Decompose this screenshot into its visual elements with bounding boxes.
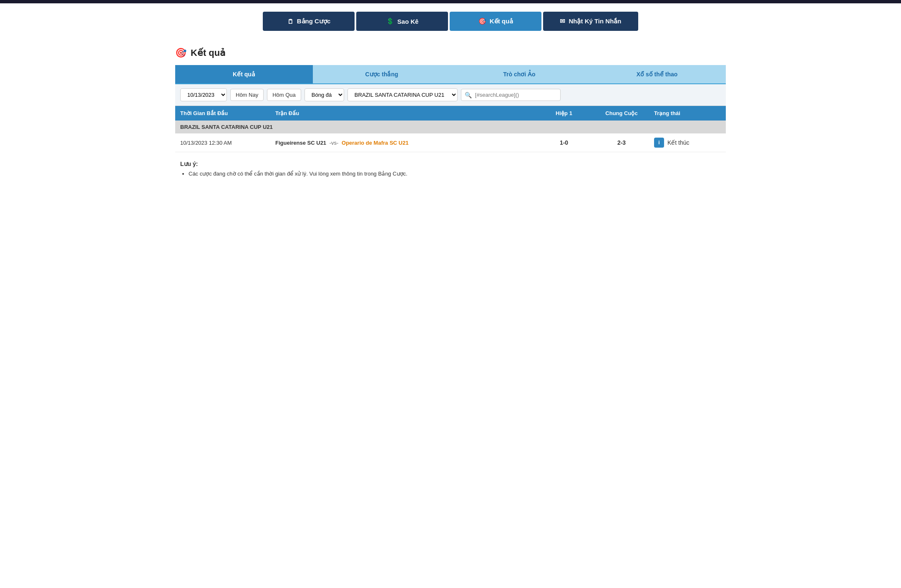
search-wrap: 🔍	[461, 89, 561, 101]
nav-ket-qua[interactable]: 🎯 Kết quả	[450, 12, 541, 31]
search-icon: 🔍	[465, 92, 472, 98]
tab-xo-so-the-thao[interactable]: Xổ số thể thao	[588, 65, 726, 83]
col-header-trangthai: Trạng thái	[654, 110, 721, 116]
date-select[interactable]: 10/13/2023	[180, 88, 227, 101]
bang-cuoc-label: Bảng Cược	[297, 18, 331, 25]
notes-section: Lưu ý: Các cược đang chờ có thể cần thời…	[175, 152, 726, 187]
score-hiep1: 1-0	[539, 139, 589, 146]
col-header-time: Thời Gian Bắt Đầu	[180, 110, 272, 116]
tab-ket-qua[interactable]: Kết quả	[175, 65, 313, 83]
col-header-match: Trận Đấu	[275, 110, 536, 116]
league-select[interactable]: BRAZIL SANTA CATARINA CUP U21	[347, 88, 458, 101]
sao-ke-icon: 💲	[386, 18, 394, 25]
filters-row: 10/13/2023 Hôm Nay Hôm Qua Bóng đá BRAZI…	[175, 84, 726, 106]
match-home: Figueirense SC U21	[275, 140, 326, 146]
sao-ke-label: Sao Kê	[398, 18, 419, 25]
section-icon: 🎯	[175, 48, 186, 58]
match-teams: Figueirense SC U21 -vs- Operario de Mafr…	[275, 140, 536, 146]
tabs-row: Kết quả Cược thắng Trò chơi Ảo Xổ số thể…	[175, 65, 726, 84]
nhat-ky-icon: ✉	[560, 18, 565, 25]
nhat-ky-label: Nhật Ký Tin Nhắn	[569, 18, 621, 25]
status-text: Kết thúc	[667, 139, 690, 146]
col-header-chungcuoc: Chung Cuộc	[592, 110, 651, 116]
score-chungcuoc: 2-3	[592, 139, 651, 146]
today-btn[interactable]: Hôm Nay	[230, 89, 264, 101]
section-title: 🎯 Kết quả	[175, 48, 726, 58]
search-input[interactable]	[473, 89, 557, 101]
tab-cuoc-thang[interactable]: Cược thắng	[313, 65, 450, 83]
match-away: Operario de Mafra SC U21	[342, 140, 408, 146]
sport-select[interactable]: Bóng đá	[305, 88, 344, 101]
tabs-container: Kết quả Cược thắng Trò chơi Ảo Xổ số thể…	[175, 65, 726, 152]
notes-item-0: Các cược đang chờ có thể cần thời gian đ…	[189, 171, 721, 177]
match-sep: -vs-	[330, 140, 339, 146]
notes-list: Các cược đang chờ có thể cần thời gian đ…	[180, 171, 721, 177]
status-cell: i Kết thúc	[654, 138, 721, 148]
section-title-text: Kết quả	[191, 48, 225, 58]
info-button[interactable]: i	[654, 138, 664, 148]
nav-bang-cuoc[interactable]: 🗒 Bảng Cược	[263, 12, 355, 31]
col-header-hiep1: Hiệp 1	[539, 110, 589, 116]
yesterday-btn[interactable]: Hôm Qua	[267, 89, 301, 101]
nav-sao-ke[interactable]: 💲 Sao Kê	[356, 12, 448, 31]
table-row: 10/13/2023 12:30 AM Figueirense SC U21 -…	[175, 133, 726, 152]
notes-title: Lưu ý:	[180, 161, 721, 167]
top-bar	[0, 0, 901, 3]
nav-bar: 🗒 Bảng Cược 💲 Sao Kê 🎯 Kết quả ✉ Nhật Ký…	[0, 3, 901, 39]
ket-qua-label: Kết quả	[490, 18, 513, 25]
group-row: BRAZIL SANTA CATARINA CUP U21	[175, 121, 726, 133]
bang-cuoc-icon: 🗒	[287, 18, 294, 25]
table-header: Thời Gian Bắt Đầu Trận Đấu Hiệp 1 Chung …	[175, 106, 726, 121]
page-content: 🎯 Kết quả Kết quả Cược thắng Trò chơi Ảo…	[159, 39, 742, 195]
nav-nhat-ky[interactable]: ✉ Nhật Ký Tin Nhắn	[543, 12, 638, 31]
match-datetime: 10/13/2023 12:30 AM	[180, 140, 272, 146]
ket-qua-icon: 🎯	[478, 18, 486, 25]
tab-tro-choi-ao[interactable]: Trò chơi Ảo	[450, 65, 588, 83]
